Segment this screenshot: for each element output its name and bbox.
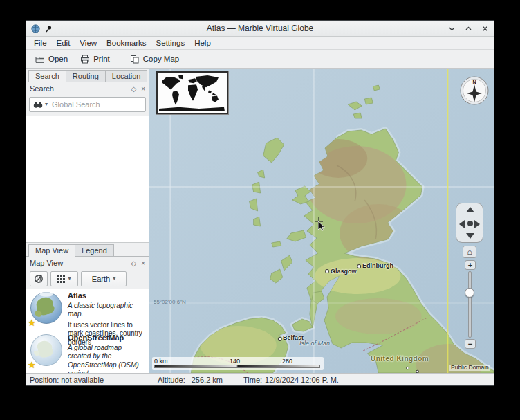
city-label-edinburgh: Edinburgh bbox=[362, 263, 393, 269]
marble-window: Atlas — Marble Virtual Globe bbox=[26, 20, 494, 386]
grid-icon bbox=[57, 275, 65, 283]
tab-location[interactable]: Location bbox=[105, 70, 148, 82]
close-panel-icon[interactable]: × bbox=[141, 85, 145, 93]
pan-left-icon[interactable] bbox=[459, 220, 465, 228]
printer-icon bbox=[80, 55, 90, 64]
compass-north-label: N bbox=[472, 80, 476, 84]
theme-item-atlas[interactable]: ★ Atlas A classic topographic map. It us… bbox=[26, 289, 149, 331]
compass-widget[interactable]: N bbox=[459, 75, 490, 106]
theme-name: OpenStreetMap bbox=[68, 334, 145, 343]
celestial-body-value: Earth bbox=[92, 275, 110, 283]
menu-edit[interactable]: Edit bbox=[52, 37, 75, 48]
pan-up-icon[interactable] bbox=[466, 207, 474, 212]
theme-name: Atlas bbox=[68, 291, 145, 301]
search-dropdown-caret-icon[interactable]: ▾ bbox=[45, 102, 48, 107]
world-map-graphic bbox=[158, 73, 227, 113]
search-results-list[interactable] bbox=[26, 116, 149, 243]
region-label-united-kingdom: United Kingdom bbox=[371, 356, 429, 363]
close-panel-icon[interactable]: × bbox=[141, 259, 145, 267]
home-button[interactable]: ⌂ bbox=[463, 246, 476, 258]
open-label: Open bbox=[48, 55, 68, 63]
chevron-down-icon: ▾ bbox=[68, 276, 71, 282]
close-button[interactable] bbox=[480, 24, 490, 33]
minimize-button[interactable] bbox=[447, 24, 456, 33]
license-label: Public Domain bbox=[449, 365, 490, 371]
main-content: Search Routing Location Search ◇ × ▾ G bbox=[26, 69, 494, 373]
favorite-star-icon[interactable]: ★ bbox=[28, 318, 36, 327]
map-canvas-graphic bbox=[149, 69, 494, 373]
mapview-controls: ▾ Earth ▾ bbox=[26, 269, 149, 289]
mapview-dock-title: Map View bbox=[30, 259, 63, 267]
toolbar-separator bbox=[120, 53, 120, 64]
status-position: Position: not available bbox=[30, 376, 158, 384]
zoom-out-button[interactable]: − bbox=[465, 339, 476, 349]
overview-world-map[interactable] bbox=[156, 71, 228, 114]
copy-icon bbox=[130, 55, 140, 64]
map-scale-bar: 0 km 140 280 bbox=[152, 357, 324, 370]
menu-file[interactable]: File bbox=[29, 37, 52, 48]
search-tabbar: Search Routing Location bbox=[26, 69, 149, 82]
app-icon bbox=[30, 24, 40, 33]
menu-help[interactable]: Help bbox=[189, 37, 216, 48]
view-mode-dropdown[interactable]: ▾ bbox=[50, 271, 78, 286]
minus-icon: − bbox=[468, 340, 472, 348]
scale-end-label: 280 bbox=[282, 358, 292, 365]
status-time-value: 12/9/2024 12:06 P. M. bbox=[265, 376, 339, 384]
desktop-background: Atlas — Marble Virtual Globe bbox=[0, 0, 520, 420]
search-input[interactable]: ▾ Global Search bbox=[29, 97, 146, 112]
pan-control-pad[interactable] bbox=[456, 203, 483, 243]
zoom-in-button[interactable]: + bbox=[465, 260, 476, 270]
theme-tagline: A classic topographic map. bbox=[68, 302, 145, 319]
pan-center-dot[interactable] bbox=[467, 221, 473, 226]
map-theme-list: ★ Atlas A classic topographic map. It us… bbox=[26, 289, 149, 373]
theme-tagline: A global roadmap created by the OpenStre… bbox=[68, 344, 145, 373]
tab-search[interactable]: Search bbox=[28, 70, 66, 82]
copy-map-button[interactable]: Copy Map bbox=[125, 53, 184, 66]
window-title: Atlas — Marble Virtual Globe bbox=[26, 24, 494, 33]
graticule-coordinate-label: 55°02'00.6"N bbox=[154, 300, 186, 305]
zoom-slider-track[interactable] bbox=[468, 271, 472, 338]
search-placeholder: Global Search bbox=[52, 100, 100, 109]
scale-start-label: 0 km bbox=[154, 358, 168, 365]
pan-right-icon[interactable] bbox=[474, 220, 480, 228]
search-dock-title: Search bbox=[30, 84, 54, 93]
city-label-glasgow: Glasgow bbox=[331, 268, 357, 275]
menu-bookmarks[interactable]: Bookmarks bbox=[102, 37, 151, 48]
favorite-star-icon[interactable]: ★ bbox=[28, 360, 36, 369]
float-panel-icon[interactable]: ◇ bbox=[131, 85, 136, 93]
copy-map-label: Copy Map bbox=[143, 55, 179, 63]
maximize-button[interactable] bbox=[463, 24, 473, 33]
menubar: File Edit View Bookmarks Settings Help bbox=[26, 37, 494, 50]
print-label: Print bbox=[93, 55, 110, 63]
float-panel-icon[interactable]: ◇ bbox=[131, 259, 136, 267]
status-altitude-value: 256.2 km bbox=[192, 376, 223, 384]
open-button[interactable]: Open bbox=[30, 53, 73, 66]
search-dock-header: Search ◇ × bbox=[26, 82, 149, 95]
tab-map-view[interactable]: Map View bbox=[28, 244, 75, 257]
tab-legend[interactable]: Legend bbox=[75, 244, 114, 256]
plus-icon: + bbox=[468, 262, 472, 269]
status-time-label: Time: bbox=[243, 376, 262, 384]
globe-slash-icon bbox=[34, 274, 44, 284]
folder-open-icon bbox=[35, 55, 45, 64]
map-filter-button[interactable] bbox=[30, 271, 48, 286]
menu-settings[interactable]: Settings bbox=[151, 37, 190, 48]
tab-routing[interactable]: Routing bbox=[66, 70, 106, 82]
pin-icon[interactable] bbox=[44, 24, 53, 33]
mapview-tabbar: Map View Legend bbox=[26, 243, 149, 257]
status-altitude-label: Altitude: bbox=[158, 376, 185, 384]
binoculars-icon bbox=[33, 101, 43, 109]
celestial-body-dropdown[interactable]: Earth ▾ bbox=[81, 271, 127, 286]
sidebar: Search Routing Location Search ◇ × ▾ G bbox=[26, 69, 149, 373]
mapview-dock-header: Map View ◇ × bbox=[26, 257, 149, 269]
mouse-cursor-icon bbox=[318, 221, 326, 232]
titlebar[interactable]: Atlas — Marble Virtual Globe bbox=[26, 21, 494, 37]
menu-view[interactable]: View bbox=[75, 37, 102, 48]
print-button[interactable]: Print bbox=[75, 53, 115, 66]
statusbar: Position: not available Altitude: 256.2 … bbox=[26, 373, 494, 385]
zoom-slider-handle[interactable] bbox=[465, 288, 474, 298]
map-viewport[interactable]: N Glasgow Edinburgh Belfast Isle of Man … bbox=[149, 69, 494, 373]
theme-item-openstreetmap[interactable]: ★ OpenStreetMap A global roadmap created… bbox=[26, 331, 149, 373]
pan-down-icon[interactable] bbox=[466, 233, 474, 239]
toolbar: Open Print Copy Map bbox=[26, 50, 494, 69]
